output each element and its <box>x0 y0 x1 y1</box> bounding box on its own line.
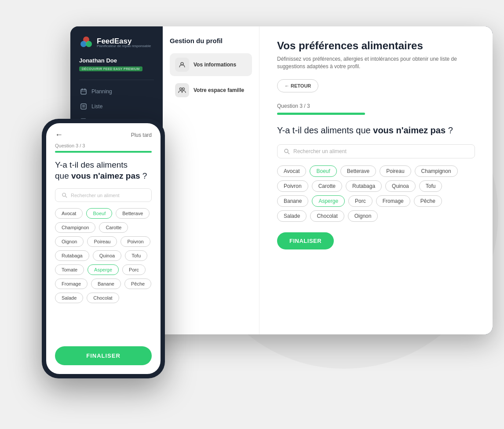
content-subtitle: Définissez vos préférences, allergies et… <box>277 55 475 70</box>
back-button[interactable]: ← RETOUR <box>277 79 318 92</box>
sidebar-label-liste: Liste <box>91 103 102 110</box>
desktop-food-tag-pêche[interactable]: Pêche <box>414 195 442 207</box>
svg-rect-7 <box>81 104 86 109</box>
mobile-food-tag-carotte[interactable]: Carotte <box>99 222 128 233</box>
desktop-food-tag-champignon[interactable]: Champignon <box>415 165 458 177</box>
main-content: Gestion du profil Vos informations Votre… <box>163 26 493 334</box>
svg-line-21 <box>288 152 290 154</box>
question-text-prefix: Y-a t-il des aliments que <box>277 125 373 135</box>
profile-panel-title: Gestion du profil <box>170 37 252 44</box>
search-icon <box>284 148 290 154</box>
mobile-food-tag-tomate[interactable]: Tomate <box>55 264 84 275</box>
mobile-screen: ← Plus tard Question 3 / 3 Y-a t-il des … <box>46 123 161 374</box>
progress-bar-container <box>277 113 365 115</box>
mobile-search-icon <box>62 192 67 198</box>
desktop-food-tag-salade[interactable]: Salade <box>277 210 307 222</box>
progress-bar-fill <box>277 113 365 115</box>
question-progress-label: Question 3 / 3 <box>277 103 475 109</box>
family-icon <box>175 83 189 97</box>
calendar-icon <box>80 88 87 95</box>
desktop-food-tag-quinoa[interactable]: Quinoa <box>385 180 416 192</box>
mobile-food-tag-poireau[interactable]: Poireau <box>87 236 117 247</box>
profile-menu-label-famille: Votre espace famille <box>194 87 244 93</box>
desktop-food-tag-chocolat[interactable]: Chocolat <box>310 210 344 222</box>
sidebar-item-planning[interactable]: Planning <box>75 84 158 99</box>
svg-point-1 <box>80 41 87 47</box>
desktop-food-tag-porc[interactable]: Porc <box>348 195 373 207</box>
desktop-food-tag-poireau[interactable]: Poireau <box>380 165 411 177</box>
sidebar-item-liste[interactable]: Liste <box>75 99 158 114</box>
svg-point-19 <box>183 88 185 90</box>
premium-badge: DÉCOUVRIR FEED EASY PREMIUM <box>79 66 142 71</box>
mobile-skip-button[interactable]: Plus tard <box>131 132 152 138</box>
mobile-food-tag-boeuf[interactable]: Boeuf <box>86 208 112 219</box>
mobile-food-tag-rutabaga[interactable]: Rutabaga <box>55 250 89 261</box>
desktop-food-tag-banane[interactable]: Banane <box>277 195 308 207</box>
mobile-header: ← Plus tard <box>46 123 161 143</box>
desktop-food-tags: AvocatBoeufBetteravePoireauChampignonPoi… <box>277 165 475 222</box>
profile-menu-vos-informations[interactable]: Vos informations <box>170 53 252 76</box>
desktop-food-tag-tofu[interactable]: Tofu <box>419 180 442 192</box>
mobile-food-tag-betterave[interactable]: Betterave <box>116 208 150 219</box>
mobile-finalize-button[interactable]: FINALISER <box>55 346 152 365</box>
question-title: Y-a t-il des aliments que vous n'aimez p… <box>277 125 475 136</box>
desktop-food-tag-betterave[interactable]: Betterave <box>340 165 376 177</box>
question-text-suffix: ? <box>446 125 453 135</box>
svg-point-2 <box>86 41 92 47</box>
svg-rect-3 <box>81 89 86 94</box>
svg-line-23 <box>66 196 67 198</box>
desktop-food-tag-poivron[interactable]: Poivron <box>277 180 308 192</box>
mobile-back-arrow[interactable]: ← <box>55 130 63 139</box>
mobile-question-label: Question 3 / 3 <box>46 143 161 151</box>
mobile-food-tag-chocolat[interactable]: Chocolat <box>87 293 119 303</box>
mobile-food-tag-fromage[interactable]: Fromage <box>55 279 88 289</box>
mobile-food-tag-salade[interactable]: Salade <box>55 293 83 303</box>
desktop-food-tag-boeuf[interactable]: Boeuf <box>310 165 336 177</box>
logo-icon <box>79 35 93 49</box>
mobile-food-tags: AvocatBoeufBetteraveChampignonCarotteOig… <box>46 208 161 339</box>
desktop-food-tag-asperge[interactable]: Asperge <box>312 195 345 207</box>
profile-menu-label-informations: Vos informations <box>194 62 236 68</box>
list-icon <box>80 103 87 110</box>
sidebar-label-planning: Planning <box>91 88 112 95</box>
mobile-food-tag-banane[interactable]: Banane <box>91 279 121 289</box>
mobile-question-bold: vous n'aimez pas <box>71 171 140 180</box>
mobile-progress-bar <box>55 151 152 153</box>
desktop-food-tag-carotte[interactable]: Carotte <box>312 180 342 192</box>
profile-panel: Gestion du profil Vos informations Votre… <box>163 26 259 334</box>
desktop-food-tag-avocat[interactable]: Avocat <box>277 165 306 177</box>
user-name: Jonathan Doe <box>79 57 154 64</box>
content-title: Vos préférences alimentaires <box>277 40 475 52</box>
desktop-food-tag-oignon[interactable]: Oignon <box>348 210 378 222</box>
svg-point-18 <box>180 88 182 90</box>
mobile-food-tag-tofu[interactable]: Tofu <box>125 250 147 261</box>
desktop-search-bar[interactable]: Rechercher un aliment <box>277 144 475 158</box>
mobile-food-tag-pêche[interactable]: Pêche <box>124 279 151 289</box>
desktop-food-tag-rutabaga[interactable]: Rutabaga <box>346 180 382 192</box>
mobile-question-title: Y-a t-il des alimentsque vous n'aimez pa… <box>46 160 161 188</box>
mobile-food-tag-quinoa[interactable]: Quinoa <box>93 250 121 261</box>
mobile-food-tag-avocat[interactable]: Avocat <box>55 208 83 219</box>
svg-point-22 <box>62 193 66 196</box>
mobile-progress-fill <box>55 151 152 153</box>
question-text-bold: vous n'aimez pas <box>373 125 446 135</box>
mobile-food-tag-oignon[interactable]: Oignon <box>55 236 84 247</box>
app-tagline: Planificateur de repas responsable <box>97 44 151 48</box>
mobile-food-tag-champignon[interactable]: Champignon <box>55 222 95 233</box>
profile-menu-espace-famille[interactable]: Votre espace famille <box>170 79 252 102</box>
sidebar-divider <box>79 80 154 80</box>
user-info: Jonathan Doe DÉCOUVRIR FEED EASY PREMIUM <box>70 52 163 75</box>
mobile-container: ← Plus tard Question 3 / 3 Y-a t-il des … <box>42 119 165 378</box>
mobile-food-tag-porc[interactable]: Porc <box>122 264 146 275</box>
mobile-food-tag-asperge[interactable]: Asperge <box>88 264 119 275</box>
mobile-food-tag-poivron[interactable]: Poivron <box>121 236 150 247</box>
desktop-finalize-button[interactable]: FINALISER <box>277 232 334 249</box>
content-area: Vos préférences alimentaires Définissez … <box>259 26 493 334</box>
desktop-food-tag-fromage[interactable]: Fromage <box>376 195 410 207</box>
svg-point-20 <box>285 149 288 153</box>
mobile-search-bar[interactable]: Rechercher un aliment <box>55 188 152 202</box>
desktop-search-placeholder: Rechercher un aliment <box>293 148 347 154</box>
app-logo: FeedEasy Planificateur de repas responsa… <box>70 35 163 52</box>
logo-svg <box>79 35 93 49</box>
user-circle-icon <box>175 58 189 72</box>
